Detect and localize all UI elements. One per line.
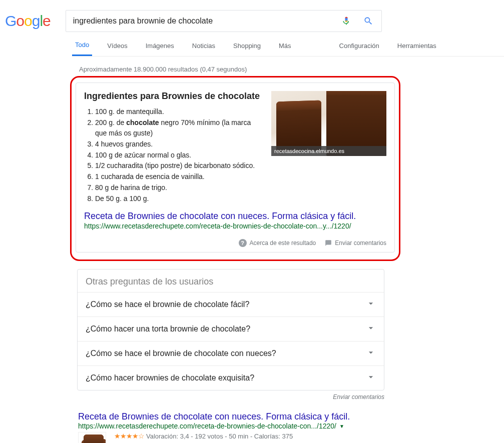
paa-question: ¿Cómo se hace el brownie de chocolate co… <box>86 349 276 358</box>
tab-todo[interactable]: Todo <box>72 41 92 56</box>
recipe-time: 50 min <box>229 432 248 440</box>
result-thumbnail[interactable] <box>78 432 106 443</box>
search-icon[interactable] <box>362 15 374 27</box>
featured-image[interactable]: recetasdecocina.elmundo.es <box>271 91 386 204</box>
featured-list-item: De 50 g. a 100 g. <box>95 194 263 204</box>
question-icon: ? <box>239 239 247 247</box>
result-stats: Aproximadamente 18.900.000 resultados (0… <box>79 66 504 73</box>
featured-list-item: 100 g de azúcar normal o glas. <box>95 150 263 161</box>
tab-shopping[interactable]: Shopping <box>230 42 264 56</box>
featured-snippet-highlight: Ingredientes para Brownies de chocolate … <box>70 76 400 261</box>
rating-stars-icon: ★★★★☆ <box>114 432 144 440</box>
google-logo[interactable]: Google <box>5 12 51 30</box>
chevron-down-icon <box>366 323 376 335</box>
tabs-bar: Todo Vídeos Imágenes Noticias Shopping M… <box>72 41 504 56</box>
featured-list-item: 80 g de harina de trigo. <box>95 182 263 194</box>
recipe-calories: Calorías: 375 <box>254 432 293 440</box>
bold-term: chocolate <box>126 118 159 126</box>
chevron-down-icon <box>366 298 376 310</box>
paa-item[interactable]: ¿Cómo se hace el brownie de chocolate co… <box>78 341 384 366</box>
people-also-ask: Otras preguntas de los usuarios ¿Cómo se… <box>77 269 384 390</box>
featured-title: Ingredientes para Brownies de chocolate <box>84 91 263 102</box>
featured-link[interactable]: Receta de Brownies de chocolate con nuec… <box>84 211 386 222</box>
paa-item[interactable]: ¿Cómo hacer una torta brownie de chocola… <box>78 316 384 341</box>
featured-list: 100 g. de mantequilla.200 g. de chocolat… <box>95 106 263 204</box>
tab-configuracion[interactable]: Configuración <box>336 42 382 56</box>
paa-item[interactable]: ¿Cómo hacer brownies de chocolate exquis… <box>78 366 384 390</box>
result-title-link[interactable]: Receta de Brownies de chocolate con nuec… <box>78 412 350 422</box>
feedback-icon <box>325 240 332 246</box>
paa-question: ¿Cómo hacer brownies de chocolate exquis… <box>86 374 254 382</box>
send-feedback-button[interactable]: Enviar comentarios <box>325 240 386 246</box>
about-result-button[interactable]: ? Acerca de este resultado <box>239 239 316 247</box>
chevron-down-icon <box>366 348 376 360</box>
search-input[interactable] <box>73 16 330 26</box>
featured-list-item: 200 g. de chocolate negro 70% mínimo (la… <box>95 118 263 139</box>
featured-list-item: 100 g. de mantequilla. <box>95 106 263 118</box>
url-dropdown-icon[interactable]: ▼ <box>339 424 344 429</box>
search-box[interactable] <box>66 10 382 32</box>
paa-title: Otras preguntas de los usuarios <box>78 270 384 292</box>
paa-send-feedback[interactable]: Enviar comentarios <box>77 394 384 400</box>
tab-mas[interactable]: Más <box>276 42 294 56</box>
paa-item[interactable]: ¿Cómo se hace el brownie de chocolate fá… <box>78 292 384 316</box>
paa-question: ¿Cómo se hace el brownie de chocolate fá… <box>86 300 249 309</box>
result-snippet: Cómo hacer brownies de chocolate. Receta… <box>114 441 384 443</box>
featured-snippet: Ingredientes para Brownies de chocolate … <box>76 82 395 252</box>
mic-icon[interactable] <box>340 15 352 27</box>
tab-herramientas[interactable]: Herramientas <box>394 42 439 56</box>
send-feedback-label: Enviar comentarios <box>335 240 386 246</box>
result-url[interactable]: https://www.recetasderechupete.com/recet… <box>78 422 336 430</box>
featured-list-item: 1 cucharada de esencia de vainilla. <box>95 172 263 182</box>
paa-question: ¿Cómo hacer una torta brownie de chocola… <box>86 324 250 334</box>
chevron-down-icon <box>366 372 376 384</box>
tab-noticias[interactable]: Noticias <box>189 42 218 56</box>
tab-imagenes[interactable]: Imágenes <box>143 42 177 56</box>
featured-list-item: 4 huevos grandes. <box>95 139 263 150</box>
rating-votes: 192 votos <box>195 432 223 440</box>
tab-videos[interactable]: Vídeos <box>104 42 130 56</box>
featured-image-source: recetasdecocina.elmundo.es <box>271 146 386 156</box>
search-result: Receta de Brownies de chocolate con nuec… <box>78 412 384 443</box>
rating-value: Valoración: 3,4 <box>146 432 189 440</box>
result-meta: ★★★★☆ Valoración: 3,4 - 192 votos - 50 m… <box>114 432 384 440</box>
featured-list-item: 1/2 cucharadita (tipo postre) de bicarbo… <box>95 160 263 172</box>
featured-url[interactable]: https://www.recetasderechupete.com/recet… <box>84 222 386 230</box>
about-result-label: Acerca de este resultado <box>250 240 316 246</box>
